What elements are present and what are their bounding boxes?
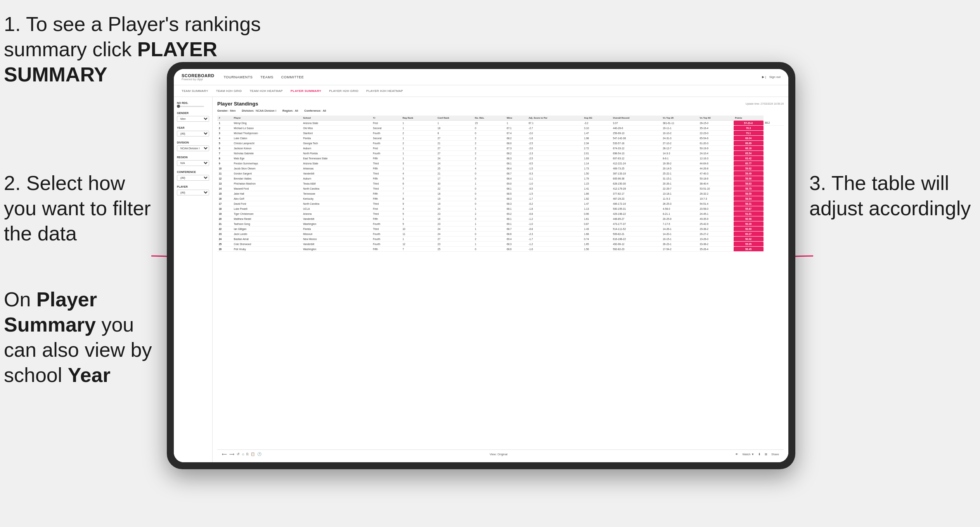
table-cell: 4 xyxy=(401,206,436,211)
col-overall-record: Overall Record xyxy=(611,116,661,121)
table-cell: Auburn xyxy=(301,176,371,181)
tablet-device: SCOREBOARD Powered by clippi TOURNAMENTS… xyxy=(167,62,795,469)
sidebar-slider-handle[interactable] xyxy=(177,105,180,108)
table-cell: 1 xyxy=(217,121,232,126)
table-cell: 1.50 xyxy=(582,171,611,176)
table-cell: 65-54-6 xyxy=(698,136,734,141)
table-row: 15Jake HallTennesseeFifth718068.5-1.51.6… xyxy=(217,191,784,196)
table-cell: 27 xyxy=(436,237,473,242)
table-cell: 23 xyxy=(436,242,473,247)
table-cell: 19-39-2 xyxy=(661,161,698,166)
table-cell: 10 xyxy=(401,226,436,232)
table-cell: 473-177-37 xyxy=(611,221,661,226)
toolbar-clock-btn[interactable]: 🕐 xyxy=(257,452,261,456)
table-cell: 448-85-27 xyxy=(611,216,661,221)
table-cell: Ole Miss xyxy=(301,126,371,131)
table-cell: 1 xyxy=(473,242,505,247)
table-cell: 58.83 xyxy=(734,181,764,186)
toolbar-grid-btn[interactable]: ⊞ xyxy=(765,453,767,456)
table-cell: First xyxy=(371,146,401,151)
sidebar-gender-select[interactable]: Men Women xyxy=(177,116,209,122)
table-cell: 16 xyxy=(436,216,473,221)
sidebar-conference-select[interactable]: (All) xyxy=(177,175,209,181)
table-cell: 76.3 xyxy=(734,126,764,131)
table-cell: 54-51-4 xyxy=(698,201,734,206)
sidebar: No Rds. Gender Men Women Year xyxy=(174,97,213,462)
table-cell: 1 xyxy=(401,166,436,171)
nav-committee[interactable]: COMMITTEE xyxy=(281,74,304,81)
sidebar-division-select[interactable]: NCAA Division I NCAA Division II NCAA Di… xyxy=(177,145,209,151)
sub-nav-team-summary[interactable]: TEAM SUMMARY xyxy=(182,88,208,94)
table-cell: 68.3 xyxy=(505,201,527,206)
table-header: Player Standings Update time: 27/03/2024… xyxy=(217,101,784,107)
toolbar-paste-btn[interactable]: 📋 xyxy=(251,452,255,456)
sidebar-year-select[interactable]: (All) First Second Third Fourth Fifth xyxy=(177,131,209,137)
table-cell: 61-20-3 xyxy=(698,141,734,146)
table-cell: 69.2 xyxy=(505,211,527,216)
table-cell: Christo Lamprecht xyxy=(232,141,302,146)
toolbar-back-btn[interactable]: ⟵ xyxy=(222,452,227,456)
table-cell: 387-133-16 xyxy=(611,171,661,176)
table-cell: 55.95 xyxy=(734,242,764,247)
col-avg-sg: Avg SG xyxy=(582,116,611,121)
table-cell: 23 xyxy=(436,211,473,216)
table-cell: 7 xyxy=(217,151,232,156)
table-cell: 50.98 xyxy=(734,216,764,221)
table-cell: 547-142-38 xyxy=(611,136,661,141)
sub-nav-player-h2h-heatmap[interactable]: PLAYER H2H HEATMAP xyxy=(366,88,403,94)
table-cell: North Carolina xyxy=(301,201,371,206)
toolbar-copy-btn[interactable]: ⎘ xyxy=(246,452,248,456)
table-cell: Fourth xyxy=(371,237,401,242)
table-cell: 50.69 xyxy=(734,226,764,232)
sidebar-player-select[interactable]: (All) xyxy=(177,190,209,195)
sign-out-button[interactable]: Sign out xyxy=(769,75,781,79)
toolbar-download-btn[interactable]: ⬇ xyxy=(758,453,761,456)
table-cell: 69.4 xyxy=(505,237,527,242)
table-cell: Texas A&M xyxy=(301,181,371,186)
sidebar-region-select[interactable]: N/A All xyxy=(177,160,209,166)
col-player: Player xyxy=(232,116,302,121)
sidebar-no-rds-label: No Rds. xyxy=(177,102,209,104)
table-cell: Phichaksn Maichon xyxy=(232,181,302,186)
col-points: Points xyxy=(734,116,764,121)
table-cell: 1.47 xyxy=(582,131,611,136)
sidebar-player-section: Player (All) xyxy=(177,185,209,195)
sidebar-slider[interactable] xyxy=(177,106,204,107)
filter-region: Region: All xyxy=(282,109,298,112)
table-cell: 68.6 xyxy=(505,232,527,237)
table-cell: Jacob Skov Olesen xyxy=(232,166,302,171)
table-cell: 12 xyxy=(217,176,232,181)
nav-tournaments[interactable]: TOURNAMENTS xyxy=(223,74,253,81)
toolbar-refresh-btn[interactable]: ↺ xyxy=(237,452,240,456)
table-cell: Fifth xyxy=(371,196,401,201)
nav-teams[interactable]: TEAMS xyxy=(260,74,274,81)
table-cell: 51.81 xyxy=(734,211,764,216)
table-cell: 1 xyxy=(401,151,436,156)
sidebar-gender-section: Gender Men Women xyxy=(177,112,209,122)
table-cell: 67.3 xyxy=(505,146,527,151)
logo-sub: Powered by clippi xyxy=(182,78,214,81)
table-scroll-area[interactable]: # Player School Yr Reg Rank Conf Rank No… xyxy=(217,116,784,449)
table-header-row: # Player School Yr Reg Rank Conf Rank No… xyxy=(217,116,784,121)
table-cell: 0.87 xyxy=(582,221,611,226)
sub-nav-player-h2h-grid[interactable]: PLAYER H2H GRID xyxy=(329,88,358,94)
toolbar-forward-btn[interactable]: ⟶ xyxy=(229,452,234,456)
sub-nav-team-h2h-heatmap[interactable]: TEAM H2H HEATMAP xyxy=(249,88,283,94)
table-cell: 16 xyxy=(217,196,232,201)
toolbar-home-btn[interactable]: ⌂ xyxy=(242,452,244,456)
table-cell: 11-5-3 xyxy=(661,196,698,201)
col-school: School xyxy=(301,116,371,121)
toolbar-watch-btn[interactable]: Watch ▼ xyxy=(742,453,754,456)
table-cell: 1 xyxy=(401,126,436,131)
toolbar-share-btn[interactable]: Share xyxy=(771,453,779,456)
sub-nav-player-summary[interactable]: PLAYER SUMMARY xyxy=(291,88,321,94)
table-cell: 1.14 xyxy=(582,161,611,166)
table-cell: Bastian Amat xyxy=(232,237,302,242)
sub-nav-team-h2h-grid[interactable]: TEAM H2H GRID xyxy=(216,88,242,94)
table-cell: -2.0 xyxy=(527,131,582,136)
table-cell: 27 xyxy=(436,136,473,141)
table-cell: 17 xyxy=(436,176,473,181)
table-cell: -1.0 xyxy=(527,221,582,226)
table-cell: 44-26-8 xyxy=(698,166,734,171)
table-cell: -2.5 xyxy=(527,141,582,146)
